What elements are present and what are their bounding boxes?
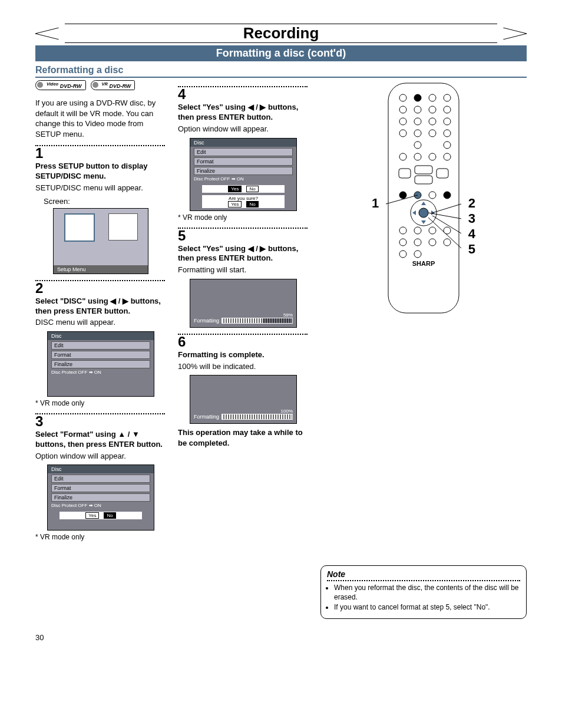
osd-footer: Setup Menu — [54, 265, 148, 274]
chapter-titlebar: Recording — [35, 24, 527, 43]
step1-body: SETUP/DISC menu will appear. — [35, 183, 165, 193]
step6-body: 100% will be indicated. — [178, 361, 308, 372]
step3-number: 3 — [35, 414, 165, 429]
step3-body: Option window will appear. — [35, 451, 165, 462]
step4-footnote: * VR mode only — [178, 213, 308, 222]
step2-number: 2 — [35, 281, 165, 295]
note-title: Note — [327, 569, 520, 579]
osd-formatting-complete: 100% Formatting — [190, 375, 297, 424]
step5-body: Formatting will start. — [178, 265, 308, 275]
osd-format-confirm: Disc Edit Format Finalize Disc Protect O… — [47, 465, 154, 531]
remote-callout-5: 5 — [468, 242, 475, 257]
step4-number: 4 — [178, 87, 308, 101]
chevron-left-icon — [35, 28, 59, 39]
step1-number: 1 — [35, 146, 165, 160]
osd-formatting-progress: 58% Formatting — [190, 279, 297, 328]
note-box: Note When you reformat the disc, the con… — [320, 565, 527, 619]
operation-may-take-a-while: This operation may take a while to be co… — [178, 427, 308, 448]
remote-callout-4: 4 — [468, 226, 475, 242]
remote-illustration: SHARP 1 2 3 4 5 — [382, 80, 465, 318]
setup-icon: SETUP☰ — [64, 213, 95, 242]
are-you-sure-prompt: Are you sure? YesNo — [202, 195, 285, 208]
osd-setup-menu: SETUP☰ DISC◉ Setup Menu — [53, 208, 148, 274]
badge-vr: VR DVD-RW — [91, 80, 135, 90]
step4-title: Select "Yes" using ◀ / ▶ buttons, then p… — [178, 103, 308, 123]
screen-label: Screen: — [44, 197, 165, 206]
step3-footnote: * VR mode only — [35, 533, 165, 541]
osd-are-you-sure: Disc Edit Format Finalize Disc Protect O… — [190, 138, 297, 211]
section-heading: Reformatting a disc — [35, 65, 527, 78]
section-subtitle: Formatting a disc (cont'd) — [35, 45, 527, 61]
column-right: SHARP 1 2 3 4 5 Note When you reformat t — [320, 80, 527, 619]
step6-title: Formatting is complete. — [178, 350, 308, 360]
remote-callout-2: 2 — [468, 196, 475, 211]
disc-icon: DISC◉ — [108, 213, 138, 241]
step2-body: DISC menu will appear. — [35, 317, 165, 328]
step2-footnote: * VR mode only — [35, 399, 165, 407]
step1-title: Press SETUP button to display SETUP/DISC… — [35, 162, 165, 182]
badge-video: Video DVD-RW — [35, 80, 86, 90]
note-item: If you want to cancel format at step 5, … — [334, 603, 520, 612]
disc-badges: Video DVD-RW VR DVD-RW — [35, 80, 165, 90]
chapter-title: Recording — [65, 24, 497, 43]
step3-title: Select "Format" using ▲ / ▼ buttons, the… — [35, 430, 165, 450]
step5-title: Select "Yes" using ◀ / ▶ buttons, then p… — [178, 244, 308, 264]
step6-number: 6 — [178, 335, 308, 349]
chevron-right-icon — [503, 28, 527, 39]
confirm-yes-no: YesNo — [59, 512, 142, 519]
column-middle: 4 Select "Yes" using ◀ / ▶ buttons, then… — [178, 80, 308, 619]
left-right-arrows-icon: ◀ / ▶ — [110, 297, 128, 305]
step5-number: 5 — [178, 229, 308, 243]
intro-text: If you are using a DVD-RW disc, by defau… — [35, 98, 165, 139]
page-number: 30 — [35, 633, 527, 642]
step4-body: Option window will appear. — [178, 124, 308, 134]
remote-callout-1: 1 — [372, 196, 379, 211]
step2-title: Select "DISC" using ◀ / ▶ buttons, then … — [35, 297, 165, 317]
note-item: When you reformat the disc, the contents… — [334, 584, 520, 602]
up-down-arrows-icon: ▲ / ▼ — [118, 430, 140, 439]
remote-callout-3: 3 — [468, 211, 475, 226]
osd-disc-menu: Disc Edit Format Finalize Disc Protect O… — [47, 331, 154, 397]
column-left: Video DVD-RW VR DVD-RW If you are using … — [35, 80, 165, 619]
